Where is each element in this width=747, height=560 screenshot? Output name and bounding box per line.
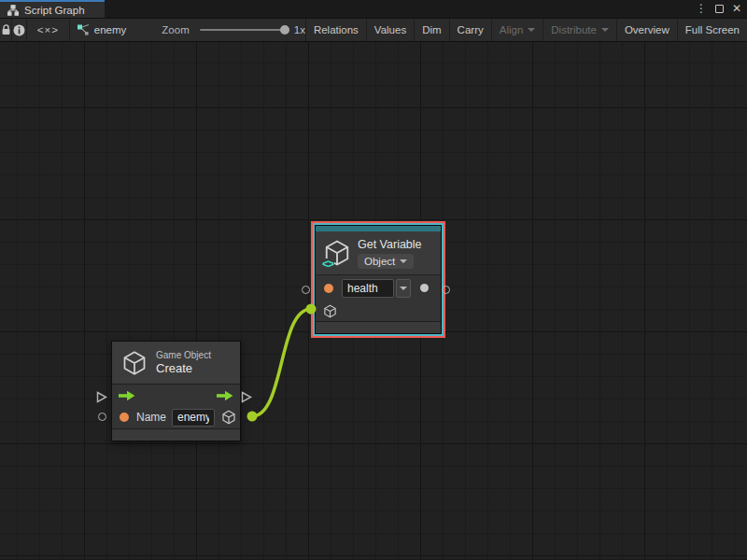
chevron-down-icon — [400, 287, 407, 290]
window-menu-icon[interactable]: ⋮ — [696, 0, 707, 18]
create-node-name-input-port[interactable] — [98, 413, 106, 421]
window-controls: ⋮ ✕ — [696, 0, 741, 18]
maximize-icon[interactable] — [715, 5, 724, 13]
code-icon: <×> — [37, 24, 59, 35]
get-variable-input-port[interactable] — [302, 286, 310, 294]
relations-button[interactable]: Relations — [305, 19, 366, 41]
value-port-orange-dot[interactable] — [324, 284, 333, 293]
exec-input-arrow-icon[interactable] — [119, 390, 135, 401]
name-input-row: Name — [112, 406, 240, 428]
zoom-value: 1x — [294, 24, 305, 35]
variable-name-row — [316, 275, 441, 301]
close-icon[interactable]: ✕ — [732, 0, 741, 18]
chevron-down-icon — [601, 28, 609, 32]
distribute-dropdown-button[interactable]: Distribute — [543, 19, 616, 41]
game-object-output-cube-icon[interactable] — [221, 410, 236, 425]
tab-strip: Script Graph ⋮ ✕ — [0, 0, 747, 18]
carry-button[interactable]: Carry — [449, 19, 491, 41]
align-dropdown-button[interactable]: Align — [491, 19, 543, 41]
variable-name-input[interactable] — [342, 279, 394, 298]
zoom-control: Zoom 1x — [162, 19, 305, 41]
graph-toolbar: <×> enemy Zoom 1x Relations Values Dim C… — [0, 18, 747, 42]
node-footer — [112, 429, 240, 441]
wire-start-dot[interactable] — [247, 412, 258, 422]
exec-flow-row — [112, 385, 240, 406]
variable-scope-dropdown[interactable]: Object — [358, 254, 414, 269]
zoom-slider-handle[interactable] — [280, 25, 289, 35]
exec-output-arrow-icon[interactable] — [217, 390, 233, 401]
zoom-slider[interactable] — [200, 29, 285, 31]
node-header[interactable]: <> Get Variable Object — [316, 231, 441, 274]
dim-button[interactable]: Dim — [414, 19, 448, 41]
toolbar-buttons: Relations Values Dim Carry Align Distrib… — [305, 19, 747, 41]
name-value-input[interactable] — [172, 409, 215, 427]
info-button[interactable] — [12, 19, 27, 41]
node-footer — [316, 322, 441, 333]
variable-code-icon: <> — [321, 259, 334, 270]
node-title: Get Variable — [358, 238, 422, 251]
create-node-exec-input-port[interactable] — [96, 391, 107, 403]
chevron-down-icon — [400, 259, 407, 263]
value-port-orange-dot[interactable] — [120, 413, 129, 422]
lock-button[interactable] — [0, 19, 12, 41]
fullscreen-button[interactable]: Full Screen — [677, 19, 747, 41]
node-category-label: Game Object — [156, 350, 211, 360]
cube-icon — [121, 350, 148, 376]
create-node-exec-output-port[interactable] — [241, 391, 252, 403]
get-variable-node-selection-outline: <> Get Variable Object — [311, 221, 445, 338]
create-game-object-node[interactable]: Game Object Create Name — [111, 341, 241, 441]
game-object-input-cube-icon[interactable] — [323, 304, 337, 318]
info-icon — [13, 24, 25, 36]
lock-icon — [1, 24, 11, 35]
graph-breadcrumb[interactable]: enemy — [70, 19, 127, 41]
graph-name-label: enemy — [94, 24, 127, 35]
variable-picker-dropdown[interactable] — [396, 279, 411, 298]
script-graph-window: Script Graph ⋮ ✕ <×> — [0, 0, 747, 560]
get-variable-output-port[interactable] — [442, 286, 450, 294]
tab-script-graph[interactable]: Script Graph — [0, 0, 105, 18]
values-button[interactable]: Values — [366, 19, 414, 41]
tab-title: Script Graph — [24, 5, 85, 16]
node-title: Create — [156, 361, 211, 375]
name-port-label: Name — [136, 411, 166, 424]
connection-wire[interactable] — [252, 309, 311, 416]
overview-button[interactable]: Overview — [616, 19, 677, 41]
value-output-port-dot[interactable] — [420, 284, 429, 292]
zoom-label: Zoom — [162, 24, 189, 35]
object-input-row — [316, 301, 441, 321]
graph-node-icon — [77, 23, 90, 36]
inspect-code-button[interactable]: <×> — [27, 19, 70, 41]
chevron-down-icon — [528, 28, 535, 32]
graph-hierarchy-icon — [7, 5, 19, 16]
node-header[interactable]: Game Object Create — [112, 342, 240, 384]
get-variable-node[interactable]: <> Get Variable Object — [315, 225, 442, 334]
graph-canvas[interactable]: Game Object Create Name — [0, 42, 747, 559]
